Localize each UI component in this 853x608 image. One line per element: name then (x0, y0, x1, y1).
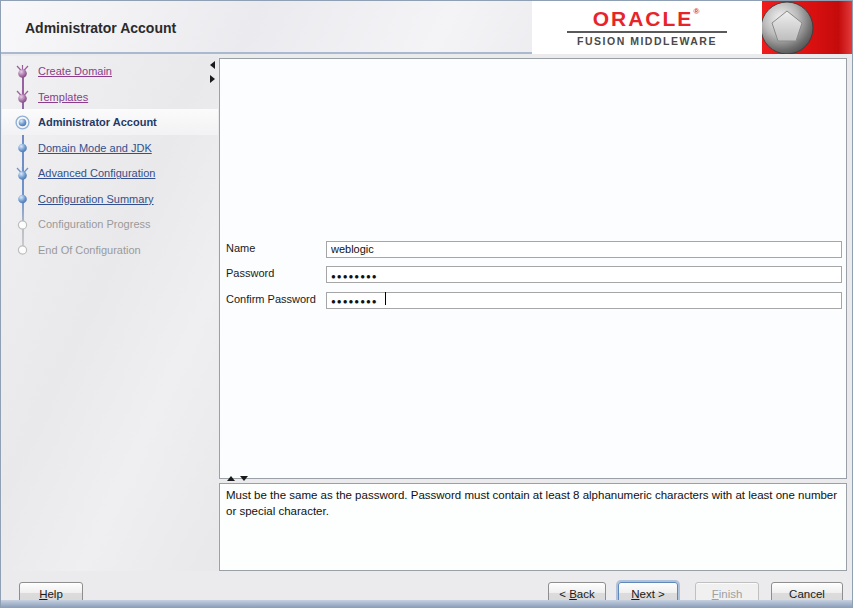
password-row: Password (226, 265, 842, 282)
oracle-wordmark: ORACLE® (593, 8, 702, 29)
wizard-steps-sidebar: Create Domain Templates Administrator Ac… (2, 56, 218, 571)
text-caret (385, 292, 386, 305)
logo-divider (567, 31, 727, 33)
confirm-password-input[interactable] (326, 292, 842, 309)
sidebar-item-label: Domain Mode and JDK (38, 142, 152, 154)
registered-mark-icon: ® (693, 7, 701, 16)
sidebar-item-label: Administrator Account (38, 116, 157, 128)
sidebar-item-domain-mode-and-jdk[interactable]: Domain Mode and JDK (2, 135, 218, 161)
oracle-badge (762, 1, 852, 54)
open-circle-icon (15, 242, 30, 257)
sidebar-item-templates[interactable]: Templates (2, 84, 218, 110)
name-input[interactable] (326, 241, 842, 258)
window-bottom-edge (1, 600, 852, 607)
sidebar-item-label: End Of Configuration (38, 244, 141, 256)
ball-icon (15, 140, 30, 155)
horizontal-splitter-handle[interactable] (227, 476, 248, 481)
oracle-logo: ORACLE® FUSION MIDDLEWARE (532, 1, 762, 54)
fusion-middleware-label: FUSION MIDDLEWARE (577, 35, 717, 47)
current-step-icon (15, 115, 30, 130)
wizard-window: Administrator Account ORACLE® FUSION MID… (0, 0, 853, 608)
spiky-ball-icon (15, 166, 30, 181)
spiky-ball-icon (15, 64, 30, 79)
confirm-password-row: Confirm Password (226, 290, 842, 307)
collapse-left-icon[interactable] (210, 61, 215, 69)
expand-up-icon[interactable] (227, 476, 235, 481)
page-title: Administrator Account (25, 20, 176, 36)
sidebar-item-label: Configuration Summary (38, 193, 154, 205)
sidebar-item-end-of-configuration: End Of Configuration (2, 237, 218, 263)
name-row: Name (226, 239, 842, 256)
collapse-down-icon[interactable] (240, 476, 248, 481)
sidebar-item-label: Advanced Configuration (38, 167, 155, 179)
ball-icon (15, 191, 30, 206)
sidebar-item-label: Templates (38, 91, 88, 103)
expand-right-icon[interactable] (210, 75, 215, 83)
header: Administrator Account ORACLE® FUSION MID… (1, 1, 852, 54)
open-circle-icon (15, 217, 30, 232)
sphere-pentagon-icon (762, 1, 852, 54)
field-help-panel: Must be the same as the password. Passwo… (219, 483, 847, 571)
spiky-ball-icon (15, 89, 30, 104)
vertical-splitter-handle[interactable] (210, 61, 218, 91)
sidebar-item-administrator-account[interactable]: Administrator Account (2, 109, 218, 135)
password-label: Password (226, 267, 326, 279)
administrator-account-form: Name Password Confirm Password (226, 239, 842, 316)
sidebar-item-create-domain[interactable]: Create Domain (2, 58, 218, 84)
name-label: Name (226, 242, 326, 254)
confirm-password-label: Confirm Password (226, 293, 326, 305)
sidebar-item-label: Configuration Progress (38, 218, 151, 230)
sidebar-item-configuration-progress: Configuration Progress (2, 211, 218, 237)
sidebar-item-configuration-summary[interactable]: Configuration Summary (2, 186, 218, 212)
sidebar-item-label: Create Domain (38, 65, 112, 77)
content-panel: Name Password Confirm Password (219, 58, 847, 479)
password-input[interactable] (326, 266, 842, 283)
sidebar-item-advanced-configuration[interactable]: Advanced Configuration (2, 160, 218, 186)
